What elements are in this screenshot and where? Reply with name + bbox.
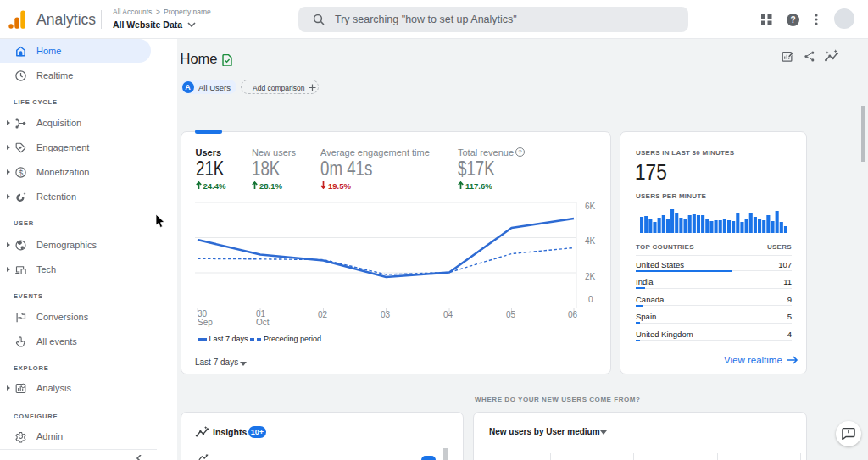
svg-text:$: $ [18, 169, 23, 177]
